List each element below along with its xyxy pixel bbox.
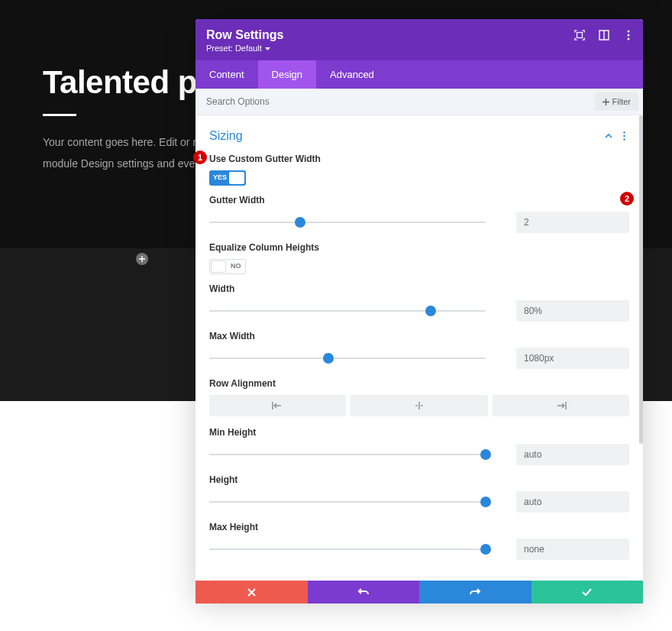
svg-point-5 — [628, 38, 630, 40]
height-value[interactable]: auto — [516, 491, 629, 513]
tab-advanced[interactable]: Advanced — [316, 60, 388, 89]
search-input[interactable] — [195, 89, 590, 115]
panel-body: Sizing Use Custom Gutter Width YES Gutte… — [195, 115, 643, 581]
expand-icon[interactable] — [571, 27, 588, 44]
equalize-label: Equalize Column Heights — [209, 242, 629, 253]
hero-divider — [43, 114, 76, 116]
modal-tabs: Content Design Advanced — [195, 60, 643, 89]
min-height-label: Min Height — [209, 427, 629, 438]
callout-one: 1 — [193, 150, 207, 164]
page-hero-title: Talented pe — [43, 64, 215, 101]
layout-icon[interactable] — [596, 27, 612, 44]
row-alignment-label: Row Alignment — [209, 378, 629, 389]
max-width-slider[interactable] — [209, 358, 486, 359]
min-height-value[interactable]: auto — [516, 444, 629, 465]
svg-point-6 — [623, 131, 625, 133]
filter-button[interactable]: Filter — [595, 92, 638, 111]
align-right-button[interactable] — [493, 395, 629, 416]
section-more-icon[interactable] — [619, 131, 629, 141]
max-height-slider[interactable] — [209, 548, 486, 550]
max-height-label: Max Height — [209, 522, 629, 532]
search-row: Filter — [195, 89, 643, 115]
more-icon[interactable] — [620, 27, 637, 44]
width-value[interactable]: 80% — [516, 300, 629, 322]
svg-point-4 — [628, 34, 630, 37]
svg-rect-0 — [577, 33, 583, 38]
modal-header: Row Settings Preset: Default — [195, 19, 643, 60]
min-height-slider[interactable] — [209, 454, 486, 455]
modal-preset[interactable]: Preset: Default — [206, 44, 632, 53]
chevron-up-icon[interactable] — [603, 131, 614, 141]
align-left-button[interactable] — [209, 395, 346, 416]
custom-gutter-label: Use Custom Gutter Width — [209, 154, 629, 164]
height-slider[interactable] — [209, 501, 486, 503]
max-height-value[interactable]: none — [516, 539, 629, 560]
custom-gutter-toggle[interactable]: YES — [209, 170, 246, 186]
scrollbar[interactable] — [639, 115, 643, 444]
tab-content[interactable]: Content — [195, 60, 258, 89]
save-button[interactable] — [531, 581, 644, 603]
width-slider[interactable] — [209, 310, 486, 312]
tab-design[interactable]: Design — [258, 60, 316, 89]
redo-button[interactable] — [419, 581, 531, 603]
height-label: Height — [209, 474, 629, 485]
row-settings-modal: Row Settings Preset: Default Content Des… — [195, 19, 643, 603]
sizing-section-header[interactable]: Sizing — [209, 125, 629, 150]
svg-point-8 — [623, 138, 625, 140]
align-center-button[interactable] — [351, 395, 487, 416]
sizing-title: Sizing — [209, 129, 243, 143]
add-section-button[interactable] — [136, 253, 148, 265]
page-hero-text: Your content goes here. Edit or remo mod… — [43, 131, 217, 174]
modal-title: Row Settings — [206, 28, 632, 42]
modal-footer — [195, 581, 643, 603]
max-width-value[interactable]: 1080px — [516, 348, 629, 369]
callout-two: 2 — [620, 192, 634, 205]
cancel-button[interactable] — [195, 581, 308, 603]
equalize-toggle[interactable]: NO — [209, 259, 246, 274]
gutter-width-slider[interactable] — [209, 222, 486, 223]
undo-button[interactable] — [308, 581, 420, 603]
width-label: Width — [209, 283, 629, 294]
max-width-label: Max Width — [209, 331, 629, 341]
gutter-width-value[interactable]: 2 — [516, 212, 629, 233]
spacing-section[interactable]: Spacing — [209, 577, 629, 581]
svg-point-3 — [628, 31, 630, 33]
svg-point-7 — [623, 135, 625, 137]
gutter-width-label: Gutter Width — [209, 195, 629, 205]
